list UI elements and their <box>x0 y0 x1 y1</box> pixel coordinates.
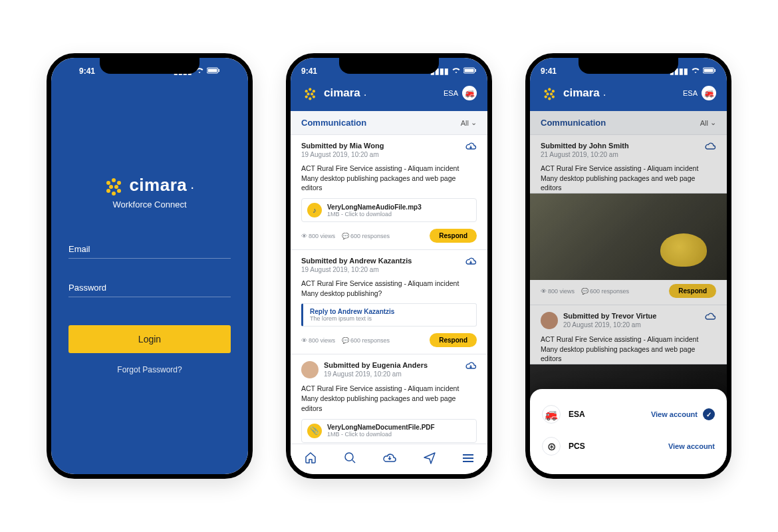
battery-icon <box>703 66 716 76</box>
tab-search-icon[interactable] <box>343 451 356 467</box>
logo-icon <box>304 87 317 99</box>
avatar <box>541 312 558 329</box>
feed-screen: 9:41 ▮▮▮▮ cimara. <box>291 58 487 474</box>
attachment[interactable]: ♪ VeryLongNameAudioFile.mp3 1MB - Click … <box>301 198 477 222</box>
phone-login: 9:41 ▮▮▮▮ <box>47 53 253 479</box>
view-account-link[interactable]: View account ✓ <box>651 408 715 420</box>
tab-cloud-icon[interactable] <box>382 452 397 466</box>
filter-dropdown[interactable]: All ⌄ <box>461 118 477 127</box>
battery-icon <box>207 66 220 76</box>
svg-line-7 <box>352 460 355 463</box>
phone-accounts: 9:41 ▮▮▮▮ cimara. <box>525 53 731 479</box>
post-submitter: Submitted by Trevor Virtue <box>563 312 656 320</box>
post-card: Submitted by John Smith 21 August 2019, … <box>530 135 727 194</box>
post-card: 800 views 600 responses Respond <box>530 280 727 305</box>
notch <box>339 58 439 74</box>
views-count: 800 views <box>301 233 335 239</box>
org-switcher[interactable]: ESA 🚒 <box>444 86 477 100</box>
post-card: Submitted by Andrew Kazantzis 19 August … <box>291 250 487 354</box>
brand-name: cimara <box>129 175 187 196</box>
respond-button[interactable]: Respond <box>430 229 477 243</box>
post-body: ACT Rural Fire Service assisting - Aliqu… <box>541 164 716 193</box>
svg-rect-13 <box>715 69 716 72</box>
post-timestamp: 20 August 2019, 10:20 am <box>563 321 656 329</box>
section-title: Communication <box>541 118 606 128</box>
post-stats: 800 views 600 responses <box>301 337 390 344</box>
feed-screen-dimmed: 9:41 ▮▮▮▮ cimara. <box>530 58 727 474</box>
battery-icon <box>463 66 477 76</box>
responses-count: 600 responses <box>342 233 390 239</box>
phone-feed: 9:41 ▮▮▮▮ cimara. <box>286 53 492 479</box>
post-stats: 800 views 600 responses <box>301 233 390 239</box>
feed-list[interactable]: Submitted by Mia Wong 19 August 2019, 10… <box>291 135 487 473</box>
svg-rect-4 <box>465 69 474 72</box>
wifi-icon <box>452 66 461 76</box>
view-account-link[interactable]: View account <box>668 442 715 450</box>
responses-count: 600 responses <box>342 337 390 344</box>
login-button[interactable]: Login <box>68 325 231 353</box>
tab-send-icon[interactable] <box>423 451 436 467</box>
tab-bar <box>291 444 487 474</box>
svg-rect-5 <box>475 69 477 72</box>
logo-icon <box>105 177 124 194</box>
account-avatar-icon: ⊛ <box>542 437 561 456</box>
status-time: 9:41 <box>541 66 557 76</box>
chevron-down-icon: ⌄ <box>710 118 716 127</box>
filter-dropdown[interactable]: All⌄ <box>700 118 716 127</box>
account-avatar-icon: 🚒 <box>542 405 561 424</box>
org-avatar-icon: 🚒 <box>702 86 716 100</box>
views-count: 800 views <box>301 337 335 344</box>
status-time: 9:41 <box>301 66 317 76</box>
account-row[interactable]: ⊛ PCS View account <box>542 430 715 462</box>
post-timestamp: 19 August 2019, 10:20 am <box>301 266 412 273</box>
cloud-download-icon[interactable] <box>704 142 716 152</box>
tab-home-icon[interactable] <box>304 451 317 467</box>
post-body: ACT Rural Fire Service assisting - Aliqu… <box>541 334 716 364</box>
chevron-down-icon: ⌄ <box>471 118 477 127</box>
email-field[interactable]: Email <box>68 244 231 259</box>
wifi-icon <box>691 66 700 76</box>
document-file-icon: 📎 <box>307 424 322 438</box>
status-time: 9:41 <box>79 66 95 76</box>
cloud-download-icon[interactable] <box>465 142 477 152</box>
attachment[interactable]: 📎 VeryLongNameDocumentFile.PDF 1MB - Cli… <box>301 419 477 443</box>
header-brand: cimara. <box>301 84 366 102</box>
post-submitter: Submitted by Eugenia Anders <box>324 361 428 369</box>
post-timestamp: 19 August 2019, 10:20 am <box>301 151 384 158</box>
section-bar: Communication All ⌄ <box>291 111 487 135</box>
cloud-download-icon[interactable] <box>465 257 477 267</box>
logo-icon <box>543 87 557 99</box>
post-submitter: Submitted by Andrew Kazantzis <box>301 257 412 265</box>
cloud-download-icon[interactable] <box>465 361 477 372</box>
header-brand: cimara. <box>541 84 606 102</box>
brand-block: cimara. Workforce Connect <box>68 175 231 209</box>
svg-rect-12 <box>704 69 713 72</box>
svg-point-6 <box>345 453 353 461</box>
avatar <box>301 361 319 378</box>
password-field[interactable]: Password <box>68 283 231 297</box>
tab-menu-icon[interactable] <box>462 452 474 466</box>
svg-rect-2 <box>219 69 220 72</box>
post-card: Submitted by Trevor Virtue 20 August 201… <box>530 305 727 364</box>
org-switcher[interactable]: ESA 🚒 <box>683 86 716 100</box>
post-stats: 800 views 600 responses <box>541 288 629 295</box>
account-row[interactable]: 🚒 ESA View account ✓ <box>542 398 715 430</box>
reply-preview[interactable]: Reply to Andrew Kazantzis The lorem ipsu… <box>301 303 477 327</box>
post-submitter: Submitted by John Smith <box>541 142 629 150</box>
notch <box>100 58 199 74</box>
views-count: 800 views <box>541 288 575 295</box>
helmet-graphic <box>660 233 707 267</box>
respond-button[interactable]: Respond <box>430 333 477 347</box>
post-timestamp: 19 August 2019, 10:20 am <box>324 370 428 378</box>
section-title: Communication <box>301 118 366 128</box>
cloud-download-icon[interactable] <box>704 312 716 323</box>
org-avatar-icon: 🚒 <box>462 86 477 100</box>
brand-tagline: Workforce Connect <box>68 200 231 209</box>
check-icon: ✓ <box>703 408 715 420</box>
notch <box>579 58 678 74</box>
forgot-password-link[interactable]: Forgot Password? <box>68 365 231 374</box>
respond-button[interactable]: Respond <box>669 284 716 298</box>
post-body: ACT Rural Fire Service assisting - Aliqu… <box>301 164 477 193</box>
section-bar: Communication All⌄ <box>530 111 727 135</box>
post-image[interactable] <box>530 194 727 280</box>
